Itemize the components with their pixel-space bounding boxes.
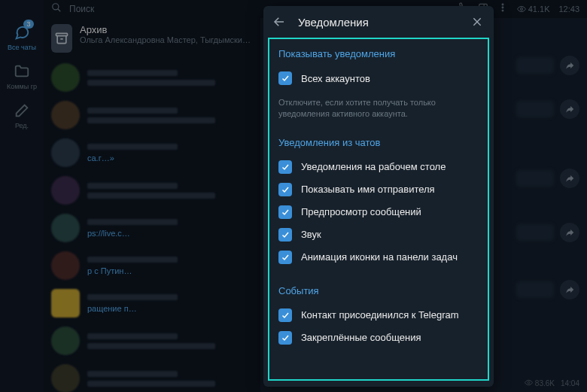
checkbox-icon xyxy=(278,251,292,264)
checkbox-taskbar-animation[interactable]: Анимация иконки на панели задач xyxy=(278,246,479,269)
checkbox-icon xyxy=(278,71,292,85)
close-button[interactable] xyxy=(471,16,483,28)
checkbox-label: Показывать имя отправителя xyxy=(301,184,435,195)
checkbox-icon xyxy=(278,308,292,322)
checkbox-contact-joined[interactable]: Контакт присоединился к Telegram xyxy=(278,304,479,327)
checkbox-all-accounts[interactable]: Всех аккаунтов xyxy=(278,67,479,90)
checkbox-message-preview[interactable]: Предпросмотр сообщений xyxy=(278,201,479,223)
section-title: События xyxy=(278,285,479,296)
checkbox-icon xyxy=(278,205,292,219)
section-description: Отключите, если хотите получать только у… xyxy=(278,97,479,120)
checkbox-sound[interactable]: Звук xyxy=(278,223,479,246)
section-events: События Контакт присоединился к Telegram… xyxy=(278,285,479,349)
checkbox-icon xyxy=(278,228,292,242)
dialog-header: Уведомления xyxy=(263,6,494,38)
checkbox-pinned-messages[interactable]: Закреплённые сообщения xyxy=(278,327,479,349)
checkbox-desktop-notifications[interactable]: Уведомления на рабочем столе xyxy=(278,156,479,178)
back-button[interactable] xyxy=(272,15,286,29)
section-chat-notifications: Уведомления из чатов Уведомления на рабо… xyxy=(278,137,479,269)
checkbox-label: Закреплённые сообщения xyxy=(301,332,421,343)
checkbox-label: Всех аккаунтов xyxy=(301,73,370,84)
dialog-title: Уведомления xyxy=(298,16,369,29)
checkbox-icon xyxy=(278,331,292,345)
checkbox-show-sender[interactable]: Показывать имя отправителя xyxy=(278,178,479,201)
checkbox-label: Предпросмотр сообщений xyxy=(301,206,421,217)
checkbox-icon xyxy=(278,160,292,174)
section-show-notifications: Показывать уведомления Всех аккаунтов От… xyxy=(278,48,479,120)
checkbox-label: Анимация иконки на панели задач xyxy=(301,251,458,263)
notifications-dialog: Уведомления Показывать уведомления Всех … xyxy=(263,6,494,387)
checkbox-label: Звук xyxy=(301,229,321,240)
section-title: Уведомления из чатов xyxy=(278,137,479,148)
dialog-body: Показывать уведомления Всех аккаунтов От… xyxy=(268,38,489,381)
checkbox-label: Уведомления на рабочем столе xyxy=(301,161,446,172)
checkbox-icon xyxy=(278,183,292,196)
checkbox-label: Контакт присоединился к Telegram xyxy=(301,309,459,321)
section-title: Показывать уведомления xyxy=(278,48,479,59)
